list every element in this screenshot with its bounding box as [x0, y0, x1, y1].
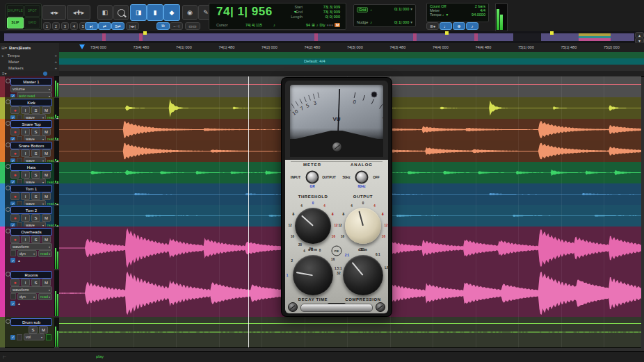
nudge-value[interactable]: 0| 1| 000: [394, 20, 409, 24]
trim-tool-button[interactable]: ◨: [130, 4, 147, 21]
playhead-cursor[interactable]: [248, 76, 249, 347]
scrubber-tool-button[interactable]: ◉: [182, 5, 198, 20]
add-tempo-icon[interactable]: +: [54, 54, 57, 58]
output-knob[interactable]: [345, 208, 381, 244]
track-s-button[interactable]: S: [29, 326, 38, 334]
track-name[interactable]: Drum sub: [10, 318, 52, 326]
grabber-tool-button[interactable]: ◆: [163, 4, 180, 21]
selection-end-value[interactable]: 73| 3| 939: [323, 10, 340, 15]
track-color-strip[interactable]: [0, 76, 5, 97]
analog-switch[interactable]: [355, 171, 369, 184]
track-color-strip[interactable]: [0, 97, 5, 119]
collapse-icon[interactable]: ▲: [17, 258, 21, 263]
track-i-button[interactable]: I: [21, 149, 30, 157]
meter-switch[interactable]: [306, 171, 319, 184]
track-m-button[interactable]: M: [39, 326, 48, 334]
selection-length-value[interactable]: 0| 0| 000: [325, 15, 340, 19]
track-record-button[interactable]: ●: [10, 279, 19, 286]
track-name[interactable]: Tom 1: [10, 185, 52, 192]
track-name[interactable]: Snare Bottom: [10, 142, 52, 149]
track-s-button[interactable]: S: [31, 214, 40, 222]
markers-ruler-label[interactable]: Markers +: [0, 65, 59, 71]
track-list-menu-icon[interactable]: ≡▾: [2, 71, 7, 76]
track-record-button[interactable]: ●: [10, 236, 19, 243]
decay-time-knob[interactable]: [293, 255, 333, 295]
track-color-strip[interactable]: [0, 205, 5, 227]
zoom-tool-button[interactable]: [113, 5, 129, 20]
nudge-dropdown-icon[interactable]: ▾: [410, 20, 412, 24]
mirrored-editing-button[interactable]: ⇄: [98, 22, 111, 30]
dyn-selector[interactable]: dyn▾: [17, 293, 37, 300]
dyn-selector[interactable]: dyn▾: [17, 250, 37, 257]
track-color-strip[interactable]: [0, 227, 5, 270]
track-options-icon[interactable]: [6, 121, 10, 126]
edit-group-icon[interactable]: [43, 72, 47, 76]
track-color-strip[interactable]: [0, 119, 5, 140]
automation-mode-selector[interactable]: read▾: [38, 293, 52, 300]
zoom-preset-1[interactable]: 1: [43, 22, 51, 30]
master-volume-selector[interactable]: volume▾: [10, 85, 52, 92]
metronome-button[interactable]: ♩: [440, 22, 452, 30]
track-i-button[interactable]: I: [21, 279, 30, 286]
meter-ruler-label[interactable]: Meter +: [0, 58, 59, 65]
automation-follows-edit-button[interactable]: −⊣: [170, 22, 183, 30]
track-i-button[interactable]: I: [21, 192, 30, 200]
track-i-button[interactable]: I: [21, 214, 30, 222]
tempo-expand-icon[interactable]: ◂: [1, 54, 3, 58]
countoff-options-button[interactable]: ≣●: [426, 22, 439, 30]
universe-overview[interactable]: ▴ ▾: [0, 31, 644, 43]
tempo-label[interactable]: Tempo ♩▾: [430, 13, 448, 17]
grid-note-icon[interactable]: ♩: [370, 8, 374, 12]
grid-label[interactable]: Grid: [357, 7, 368, 13]
ruler-view-icon[interactable]: ⊞▾: [1, 45, 7, 50]
compression-ratio-knob[interactable]: [343, 255, 383, 295]
track-options-icon[interactable]: [6, 164, 10, 169]
edit-insertion-marker[interactable]: [79, 44, 85, 49]
track-m-button[interactable]: M: [42, 106, 51, 114]
add-meter-icon[interactable]: +: [54, 60, 57, 64]
track-m-button[interactable]: M: [42, 214, 51, 222]
track-color-strip[interactable]: [0, 183, 5, 205]
zoom-preset-3[interactable]: 3: [61, 22, 69, 30]
track-enable-checkbox[interactable]: ✓: [10, 335, 15, 340]
timeline-insertion-icon[interactable]: ⊞: [312, 23, 315, 27]
playlist-icon[interactable]: [10, 250, 16, 256]
track-m-button[interactable]: M: [42, 236, 51, 243]
delay-compensation-label[interactable]: Dly: [319, 23, 325, 27]
track-i-button[interactable]: I: [21, 236, 30, 243]
conductor-button[interactable]: ♪: [466, 22, 478, 30]
tab-to-transient-button[interactable]: ▸|: [85, 22, 98, 30]
layered-editing-button[interactable]: ▭▭: [185, 22, 200, 30]
mode-shuffle-button[interactable]: SHUFFLE: [7, 5, 24, 17]
track-m-button[interactable]: M: [42, 171, 51, 179]
track-s-button[interactable]: S: [31, 279, 40, 286]
track-name[interactable]: Master 1: [10, 78, 52, 85]
link-timeline-edit-button[interactable]: ≡⇄: [111, 22, 124, 30]
zoom-preset-4[interactable]: 4: [70, 22, 78, 30]
track-m-button[interactable]: M: [42, 192, 51, 200]
track-options-icon[interactable]: [6, 186, 10, 190]
vertical-zoom-buttons[interactable]: ◂✚▸: [67, 5, 90, 20]
playlist-icon[interactable]: [10, 293, 16, 299]
track-record-button[interactable]: ●: [10, 192, 19, 200]
collapse-icon[interactable]: ▲: [17, 302, 21, 306]
mode-slip-button[interactable]: SLIP: [7, 17, 24, 29]
threshold-knob[interactable]: [295, 208, 331, 244]
track-m-button[interactable]: M: [42, 279, 51, 286]
track-i-button[interactable]: I: [21, 106, 30, 114]
nudge-label[interactable]: Nudge: [357, 20, 368, 24]
freeze-icon[interactable]: [17, 334, 22, 340]
timeline-start-icon[interactable]: ⊢: [3, 354, 6, 359]
track-color-strip[interactable]: [0, 140, 5, 162]
add-marker-icon[interactable]: +: [54, 66, 57, 70]
track-color-strip[interactable]: [0, 270, 5, 317]
track-s-button[interactable]: S: [31, 192, 40, 200]
zoom-preset-2[interactable]: 2: [52, 22, 60, 30]
mute-indicator-badge[interactable]: M: [335, 23, 340, 27]
track-options-icon[interactable]: [6, 319, 10, 324]
tempo-value[interactable]: 94.0000: [472, 13, 485, 17]
track-enable-checkbox[interactable]: ✓: [10, 258, 15, 263]
pie-compressor-plugin-window[interactable]: 201075303VU METER ANALOG INPUT OUTPUT GR…: [282, 78, 392, 316]
track-options-icon[interactable]: [6, 99, 10, 104]
midi-merge-button[interactable]: ⊕: [453, 22, 465, 30]
